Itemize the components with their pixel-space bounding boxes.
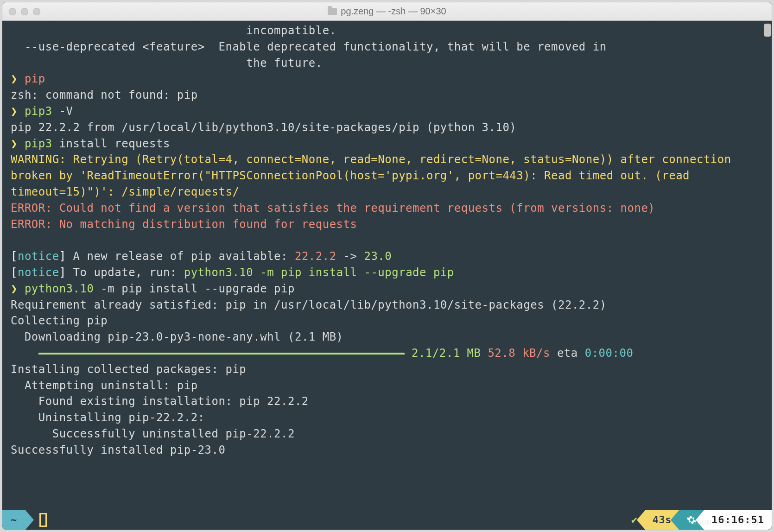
notice-bracket: [	[11, 250, 18, 263]
window-title: pg.zeng — -zsh — 90×30	[2, 6, 772, 17]
output-error: ERROR: No matching distribution found fo…	[11, 218, 357, 231]
notice-bracket: [	[11, 266, 18, 279]
close-icon[interactable]	[9, 8, 16, 15]
progress-bar	[38, 353, 405, 355]
output-install: Found existing installation: pip 22.2.2	[11, 395, 309, 408]
output-collecting: Collecting pip	[11, 314, 108, 327]
window-title-text: pg.zeng — -zsh — 90×30	[341, 6, 446, 17]
prompt-symbol: ❯	[11, 282, 25, 295]
cursor-icon	[39, 513, 47, 527]
output-not-found: zsh: command not found: pip	[11, 89, 198, 101]
progress-speed: 52.8 kB/s	[481, 347, 550, 360]
minimize-icon[interactable]	[21, 8, 28, 15]
output-pip-version: pip 22.2.2 from /usr/local/lib/python3.1…	[11, 121, 516, 134]
cmd-upgrade: python3.10	[25, 282, 94, 295]
scrollbar-thumb[interactable]	[764, 24, 771, 37]
output-install: Installing collected packages: pip	[11, 363, 246, 376]
titlebar: pg.zeng — -zsh — 90×30	[2, 2, 772, 21]
cmd-pip3-install: pip3	[25, 137, 52, 150]
prompt-symbol: ❯	[11, 137, 25, 150]
folder-icon	[328, 8, 337, 15]
output-install: Attempting uninstall: pip	[11, 379, 198, 392]
notice-label: notice	[18, 266, 59, 279]
output-install: Successfully uninstalled pip-22.2.2	[11, 427, 295, 440]
notice-label: notice	[18, 250, 59, 263]
terminal-body[interactable]: incompatible. --use-deprecated <feature>…	[2, 21, 772, 530]
prompt-symbol: ❯	[11, 72, 25, 85]
progress-eta: 0:00:00	[585, 347, 634, 360]
output-error: ERROR: Could not find a version that sat…	[11, 202, 655, 215]
status-bar: ~ ✔ 43s 16:16:51	[2, 510, 772, 530]
progress-size: 2.1/2.1 MB	[405, 347, 481, 360]
status-cwd: ~	[2, 510, 25, 530]
watermark: CSDN @管径000811	[692, 519, 760, 527]
cmd-pip: pip	[25, 72, 45, 85]
output-install: Uninstalling pip-22.2.2:	[11, 411, 205, 424]
help-text: incompatible. --use-deprecated <feature>…	[11, 24, 607, 70]
window-controls	[9, 8, 40, 15]
cmd-pip3: pip3	[25, 105, 52, 118]
output-install-success: Successfully installed pip-23.0	[11, 443, 225, 456]
output-req-sat: Requirement already satisfied: pip in /u…	[11, 298, 607, 311]
zoom-icon[interactable]	[33, 8, 40, 15]
prompt-symbol: ❯	[11, 105, 25, 118]
output-downloading: Downloading pip-23.0-py3-none-any.whl (2…	[11, 330, 343, 343]
output-warning: WARNING: Retrying (Retry(total=4, connec…	[11, 153, 738, 198]
terminal-window: pg.zeng — -zsh — 90×30 incompatible. --u…	[2, 2, 772, 530]
